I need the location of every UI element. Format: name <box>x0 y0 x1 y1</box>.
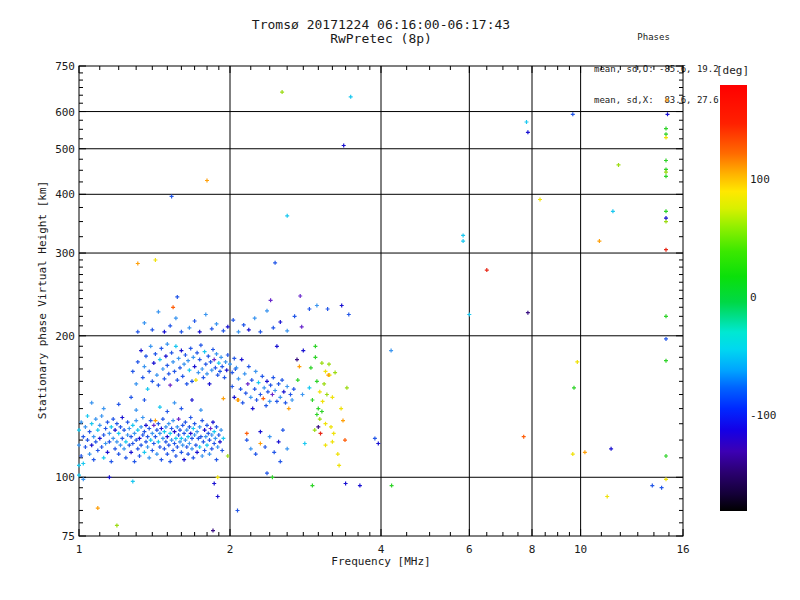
colorbar-tick-label: -100 <box>750 409 777 422</box>
y-axis-title: Stationary phase Virtual Height [km] <box>36 181 49 419</box>
scatter-points <box>171 305 526 442</box>
colorbar-gradient <box>720 85 747 511</box>
y-tick-label: 500 <box>37 143 75 156</box>
y-tick-label: 750 <box>37 60 75 73</box>
colorbar-unit-label: [deg] <box>716 64 749 77</box>
scatter-points <box>211 311 530 533</box>
scatter-points <box>153 136 668 499</box>
ionogram-page: Tromsø 20171224 06:16:00-06:17:43 RwPret… <box>0 0 800 600</box>
y-tick-label: 75 <box>37 530 75 543</box>
colorbar-tick-label: 100 <box>750 173 770 186</box>
colorbar-tick-label: 0 <box>750 291 757 304</box>
scatter-points <box>77 304 393 482</box>
plot-area <box>0 0 800 600</box>
scatter-points <box>79 112 668 512</box>
scatter-points <box>90 112 670 498</box>
scatter-points <box>77 95 615 484</box>
y-tick-label: 100 <box>37 471 75 484</box>
x-axis-title: Frequency [MHz] <box>79 555 683 568</box>
y-tick-label: 600 <box>37 106 75 119</box>
scatter-points <box>115 90 668 527</box>
scatter-points <box>319 248 669 436</box>
scatter-points <box>96 98 669 510</box>
